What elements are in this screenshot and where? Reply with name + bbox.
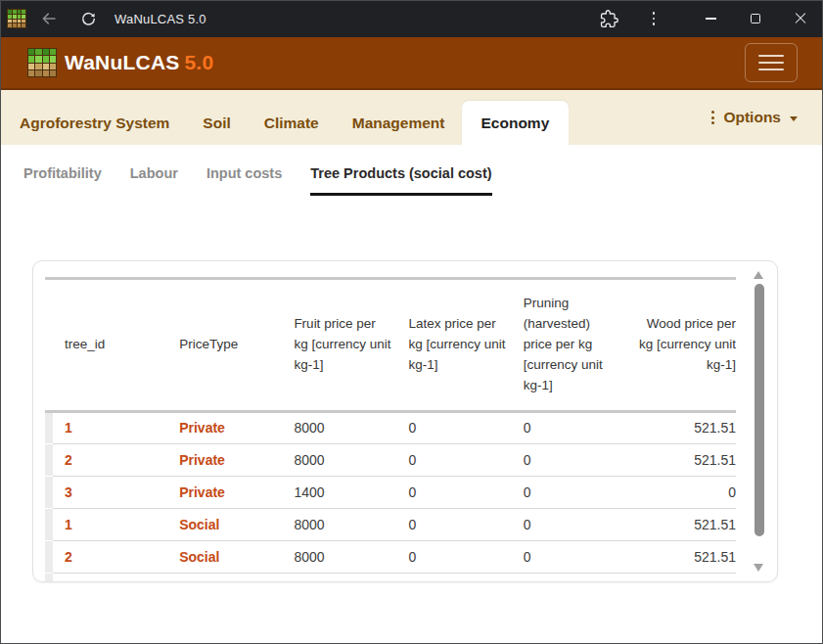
app-logo-icon [27, 48, 57, 77]
app-header: WaNuLCAS5.0 [0, 37, 823, 90]
cell-fruit_price[interactable]: 8000 [282, 540, 396, 573]
cell-pruning_price[interactable]: 0 [512, 443, 626, 476]
cell-pruning_price[interactable]: 0 [512, 476, 626, 508]
cell-tree_id: 3 [53, 476, 167, 508]
back-icon[interactable] [32, 4, 66, 33]
col-header-latex_price[interactable]: Latex price per kg [currency unit kg-1] [397, 279, 512, 412]
cell-latex_price[interactable]: 0 [397, 573, 512, 582]
table-row: 1Private800000521.51 [45, 411, 736, 443]
close-icon[interactable] [778, 0, 823, 37]
cell-price_type: Social [167, 573, 282, 582]
cell-wood_price[interactable]: 0 [626, 573, 736, 582]
table-header-row: tree_idPriceTypeFruit price per kg [curr… [45, 279, 736, 412]
browser-menu-icon[interactable] [635, 4, 672, 33]
cell-wood_price[interactable]: 521.51 [626, 411, 736, 443]
cell-pruning_price[interactable]: 0 [512, 411, 626, 443]
tab-agroforestry-system[interactable]: Agroforestry System [3, 101, 186, 145]
main-tab-bar: Agroforestry SystemSoilClimateManagement… [0, 90, 823, 145]
row-gutter [45, 540, 53, 573]
app-title: WaNuLCAS5.0 [65, 51, 213, 74]
sub-tab-bar: ProfitabilityLabourInput costsTree Produ… [0, 145, 823, 196]
subtab-profitability[interactable]: Profitability [23, 165, 102, 196]
cell-price_type: Private [167, 476, 282, 508]
cell-latex_price[interactable]: 0 [397, 443, 512, 476]
options-kebab-icon [711, 111, 714, 124]
maximize-icon[interactable] [733, 0, 778, 37]
table-row: 2Social800000521.51 [45, 540, 736, 573]
cell-price_type: Private [167, 443, 282, 476]
table-row: 3Private1400000 [45, 476, 736, 508]
cell-pruning_price[interactable]: 0 [512, 508, 626, 540]
row-gutter [45, 508, 53, 540]
cell-tree_id: 1 [53, 411, 167, 443]
cell-tree_id: 1 [53, 508, 167, 540]
col-header-price_type[interactable]: PriceType [167, 279, 282, 412]
col-header-pruning_price[interactable]: Pruning (harvested) price per kg [curren… [512, 279, 626, 412]
table-wrap: tree_idPriceTypeFruit price per kg [curr… [45, 277, 736, 582]
minimize-icon[interactable] [688, 0, 733, 37]
hamburger-menu-icon[interactable] [745, 43, 798, 82]
main-tabs-list: Agroforestry SystemSoilClimateManagement… [3, 90, 569, 145]
table-row: 3Social1400000 [45, 573, 736, 582]
cell-tree_id: 3 [53, 573, 167, 582]
cell-fruit_price[interactable]: 1400 [282, 476, 396, 508]
gutter-header [45, 279, 53, 412]
subtab-labour[interactable]: Labour [130, 165, 178, 196]
extensions-icon[interactable] [590, 4, 627, 33]
table-scrollbar[interactable] [753, 267, 765, 575]
subtab-input-costs[interactable]: Input costs [206, 165, 282, 196]
tree-products-table: tree_idPriceTypeFruit price per kg [curr… [45, 277, 736, 582]
row-gutter [45, 411, 53, 443]
cell-latex_price[interactable]: 0 [397, 476, 512, 508]
app-brand: WaNuLCAS [65, 51, 179, 73]
cell-pruning_price[interactable]: 0 [512, 573, 626, 582]
scroll-down-icon[interactable] [754, 564, 763, 572]
cell-pruning_price[interactable]: 0 [512, 540, 626, 573]
cell-latex_price[interactable]: 0 [397, 411, 512, 443]
window-title: WaNuLCAS 5.0 [114, 12, 206, 26]
cell-price_type: Social [167, 540, 282, 573]
cell-latex_price[interactable]: 0 [397, 508, 512, 540]
cell-fruit_price[interactable]: 8000 [282, 508, 396, 540]
app-version: 5.0 [184, 51, 213, 73]
app-favicon-icon [7, 9, 26, 28]
cell-fruit_price[interactable]: 8000 [282, 443, 396, 476]
cell-price_type: Social [167, 508, 282, 540]
tab-economy[interactable]: Economy [462, 101, 570, 145]
tab-climate[interactable]: Climate [248, 101, 336, 145]
col-header-wood_price[interactable]: Wood price per kg [currency unit kg-1] [626, 279, 736, 412]
subtab-tree-products-social-cost[interactable]: Tree Products (social cost) [310, 165, 491, 196]
options-dropdown[interactable]: Options [711, 109, 798, 126]
scrollbar-thumb[interactable] [754, 284, 764, 536]
cell-price_type: Private [167, 411, 282, 443]
tab-soil[interactable]: Soil [186, 101, 247, 145]
cell-wood_price[interactable]: 521.51 [626, 540, 736, 573]
cell-wood_price[interactable]: 521.51 [626, 508, 736, 540]
options-label: Options [723, 109, 781, 126]
table-row: 1Social800000521.51 [45, 508, 736, 540]
cell-latex_price[interactable]: 0 [397, 540, 512, 573]
row-gutter [45, 476, 53, 508]
cell-tree_id: 2 [53, 443, 167, 476]
reload-icon[interactable] [71, 4, 105, 33]
chevron-down-icon [790, 116, 798, 121]
cell-fruit_price[interactable]: 1400 [282, 573, 396, 582]
cell-fruit_price[interactable]: 8000 [282, 411, 396, 443]
tab-management[interactable]: Management [336, 101, 462, 145]
col-header-fruit_price[interactable]: Fruit price per kg [currency unit kg-1] [282, 279, 396, 412]
row-gutter [45, 443, 53, 476]
row-gutter [45, 573, 53, 582]
cell-wood_price[interactable]: 0 [626, 476, 736, 508]
cell-tree_id: 2 [53, 540, 167, 573]
tree-products-table-card: tree_idPriceTypeFruit price per kg [curr… [32, 260, 778, 582]
browser-titlebar: WaNuLCAS 5.0 [0, 0, 823, 37]
scroll-up-icon[interactable] [754, 271, 763, 279]
col-header-tree_id[interactable]: tree_id [53, 279, 167, 412]
table-row: 2Private800000521.51 [45, 443, 736, 476]
cell-wood_price[interactable]: 521.51 [626, 443, 736, 476]
